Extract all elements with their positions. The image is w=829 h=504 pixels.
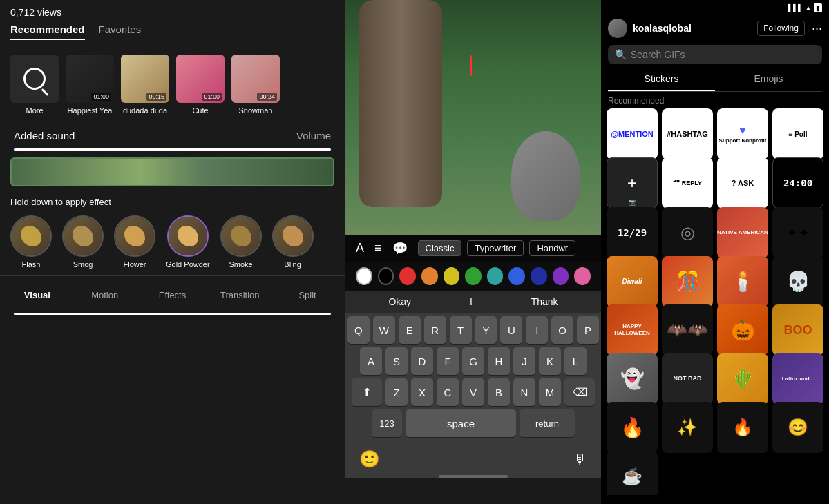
autocomplete-i[interactable]: I — [470, 296, 473, 307]
color-purple[interactable] — [553, 267, 569, 285]
bubble-icon[interactable]: 💬 — [392, 241, 408, 256]
tab-stickers[interactable]: Stickers — [608, 68, 715, 91]
font-classic[interactable]: Classic — [418, 240, 462, 256]
key-shift[interactable]: ⬆ — [352, 378, 382, 406]
gif-search-bar[interactable]: 🔍 Search GIFs — [608, 45, 822, 64]
sticker-sparkle[interactable]: ✦✦ — [772, 207, 823, 258]
volume-slider-track[interactable] — [14, 148, 331, 151]
color-teal[interactable] — [487, 267, 504, 285]
key-n[interactable]: N — [513, 378, 535, 406]
sticker-timer[interactable]: 24:00 — [772, 157, 823, 209]
sticker-candle[interactable]: 🕯️ — [717, 256, 768, 307]
color-orange[interactable] — [421, 267, 438, 285]
tab-motion[interactable]: Motion — [71, 287, 139, 304]
sound-item-cute[interactable]: 01:00 Cute — [176, 55, 225, 115]
sound-item-dudada[interactable]: 00:15 dudada duda — [121, 55, 169, 115]
effect-item-goldpowder[interactable]: Gold Powder — [166, 215, 210, 269]
key-q[interactable]: Q — [347, 316, 370, 344]
key-b[interactable]: B — [488, 378, 510, 406]
sticker-mention[interactable]: @MENTION — [607, 108, 658, 159]
sticker-pumpkin[interactable]: 🎃 — [717, 304, 768, 356]
microphone-icon[interactable]: 🎙 — [573, 452, 587, 467]
key-g[interactable]: G — [462, 347, 484, 375]
color-black[interactable] — [378, 267, 394, 285]
effect-item-flower[interactable]: Flower — [114, 215, 155, 269]
key-a[interactable]: A — [360, 347, 382, 375]
sticker-nonprofit[interactable]: ♥ Support Nonprofit — [717, 108, 768, 159]
sticker-latinx[interactable]: Latinx and... — [772, 353, 823, 405]
color-pink[interactable] — [574, 267, 591, 285]
sticker-circle[interactable]: ◎ — [662, 207, 713, 258]
sound-item-snowman[interactable]: 00:24 Snowman — [231, 55, 280, 115]
effect-item-smog[interactable]: Smog — [62, 215, 104, 269]
sticker-cactus[interactable]: 🌵 — [717, 353, 768, 405]
sticker-poll[interactable]: ≡ Poll — [772, 108, 823, 159]
color-green[interactable] — [465, 267, 482, 285]
tab-transition[interactable]: Transition — [206, 287, 274, 304]
key-k[interactable]: K — [539, 347, 561, 375]
sticker-ghost[interactable]: 👻 — [607, 353, 658, 405]
key-r[interactable]: R — [424, 316, 446, 344]
sticker-skeleton[interactable]: 💀 — [772, 256, 823, 307]
key-i[interactable]: I — [526, 316, 548, 344]
key-c[interactable]: C — [437, 378, 459, 406]
following-button[interactable]: Following — [757, 21, 805, 36]
sticker-reply[interactable]: ❝❞ REPLY — [662, 157, 713, 209]
tab-emojis[interactable]: Emojis — [715, 68, 822, 91]
sticker-date[interactable]: 12/29 — [607, 207, 658, 258]
sticker-emoji1[interactable]: 🔥 — [717, 402, 768, 453]
key-x[interactable]: X — [411, 378, 433, 406]
color-yellow[interactable] — [444, 267, 460, 285]
key-d[interactable]: D — [411, 347, 433, 375]
sticker-sparkle2[interactable]: ✨ — [662, 402, 713, 453]
color-blue[interactable] — [508, 267, 525, 285]
tab-visual[interactable]: Visual — [3, 287, 71, 304]
bottom-slider-track[interactable] — [14, 313, 331, 315]
sound-item-happiest[interactable]: 01:00 Happiest Yea — [66, 55, 114, 115]
effect-item-bling[interactable]: Bling — [272, 215, 314, 269]
sticker-mandala[interactable]: 🎊 — [662, 256, 713, 307]
font-handwr[interactable]: Handwr — [529, 240, 575, 256]
key-space[interactable]: space — [406, 409, 516, 437]
key-p[interactable]: P — [577, 316, 599, 344]
key-return[interactable]: return — [520, 409, 575, 437]
key-s[interactable]: S — [385, 347, 408, 375]
emoji-icon[interactable]: 🙂 — [359, 449, 380, 469]
key-f[interactable]: F — [437, 347, 459, 375]
sticker-ask[interactable]: ? ASK — [717, 157, 768, 209]
sticker-emoji2[interactable]: 😊 — [772, 402, 823, 453]
sticker-fire[interactable]: 🔥 — [607, 402, 658, 453]
sticker-bats[interactable]: 🦇🦇 — [662, 304, 713, 356]
font-typewriter[interactable]: Typewriter — [467, 240, 524, 256]
key-y[interactable]: Y — [475, 316, 497, 344]
color-navy[interactable] — [531, 267, 547, 285]
key-l[interactable]: L — [564, 347, 587, 375]
key-123[interactable]: 123 — [372, 409, 402, 437]
key-j[interactable]: J — [513, 347, 535, 375]
key-e[interactable]: E — [399, 316, 421, 344]
sticker-add[interactable]: + 📷 — [607, 157, 658, 209]
key-m[interactable]: M — [539, 378, 561, 406]
sticker-diwali[interactable]: Diwali — [607, 256, 658, 307]
sound-item-more[interactable]: More — [10, 55, 59, 115]
sticker-notbad[interactable]: NOT BAD — [662, 353, 713, 405]
sticker-coffee[interactable]: ☕ — [607, 451, 658, 496]
key-z[interactable]: Z — [385, 378, 408, 406]
tab-split[interactable]: Split — [274, 287, 341, 304]
key-backspace[interactable]: ⌫ — [564, 378, 595, 406]
autocomplete-thank[interactable]: Thank — [531, 296, 558, 307]
key-o[interactable]: O — [551, 316, 573, 344]
autocomplete-okay[interactable]: Okay — [388, 296, 411, 307]
key-v[interactable]: V — [462, 378, 484, 406]
key-w[interactable]: W — [373, 316, 395, 344]
key-t[interactable]: T — [450, 316, 472, 344]
tab-recommended[interactable]: Recommended — [10, 23, 85, 40]
sticker-halloween[interactable]: HAPPY HALLOWEEN — [607, 304, 658, 356]
align-icon[interactable]: ≡ — [374, 241, 382, 255]
text-format-icon[interactable]: A — [356, 241, 364, 255]
tab-effects[interactable]: Effects — [139, 287, 207, 304]
key-u[interactable]: U — [500, 316, 522, 344]
tab-favorites[interactable]: Favorites — [99, 23, 142, 40]
effect-item-smoke[interactable]: Smoke — [220, 215, 262, 269]
effect-item-flash[interactable]: Flash — [10, 215, 52, 269]
